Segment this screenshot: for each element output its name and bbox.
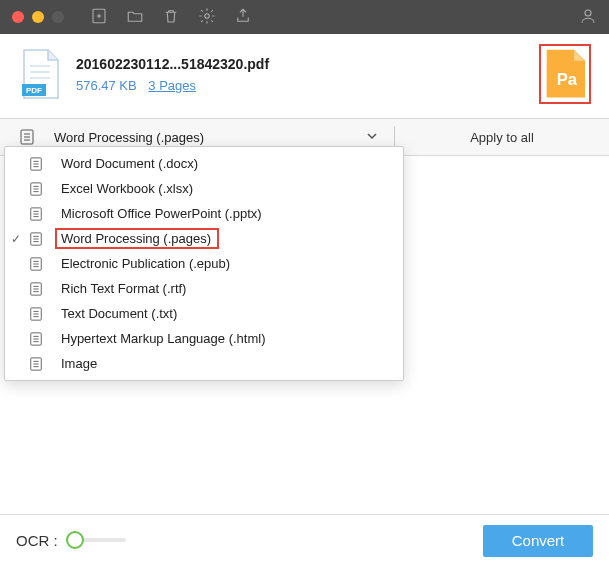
document-icon xyxy=(29,357,61,371)
format-menu: Word Document (.docx)Excel Workbook (.xl… xyxy=(4,146,404,381)
document-icon xyxy=(29,307,61,321)
format-row-icon xyxy=(0,129,54,145)
close-window-button[interactable] xyxy=(12,11,24,23)
file-name: 201602230112...51842320.pdf xyxy=(76,56,539,72)
menu-item-label: Word Processing (.pages) xyxy=(55,228,219,249)
toolbar-icons xyxy=(90,7,252,28)
menu-item-label: Word Document (.docx) xyxy=(61,156,198,171)
menu-item-label: Hypertext Markup Language (.html) xyxy=(61,331,265,346)
pdf-badge: PDF xyxy=(26,86,42,95)
document-icon xyxy=(29,257,61,271)
document-icon xyxy=(29,282,61,296)
menu-item-label: Excel Workbook (.xlsx) xyxy=(61,181,193,196)
window-controls xyxy=(12,11,64,23)
file-pages-link[interactable]: 3 Pages xyxy=(148,78,196,93)
menu-item[interactable]: Word Document (.docx) xyxy=(5,151,403,176)
menu-item[interactable]: Hypertext Markup Language (.html) xyxy=(5,326,403,351)
ocr-label: OCR : xyxy=(16,532,58,549)
svg-point-4 xyxy=(585,10,591,16)
titlebar xyxy=(0,0,609,34)
svg-point-3 xyxy=(205,13,210,18)
format-dropdown-label: Word Processing (.pages) xyxy=(54,130,366,145)
add-file-icon[interactable] xyxy=(90,7,108,28)
footer: OCR : Convert xyxy=(0,514,609,566)
ocr-toggle[interactable] xyxy=(66,531,126,551)
pdf-file-icon: PDF xyxy=(18,48,62,100)
export-icon[interactable] xyxy=(234,7,252,28)
menu-item[interactable]: Text Document (.txt) xyxy=(5,301,403,326)
document-icon xyxy=(29,332,61,346)
menu-item[interactable]: ✓Word Processing (.pages) xyxy=(5,226,403,251)
document-icon xyxy=(29,157,61,171)
trash-icon[interactable] xyxy=(162,7,180,28)
chevron-down-icon xyxy=(366,130,378,145)
format-badge: Pa xyxy=(557,70,578,88)
gear-icon[interactable] xyxy=(198,7,216,28)
menu-item-label: Text Document (.txt) xyxy=(61,306,177,321)
apply-to-all-button[interactable]: Apply to all xyxy=(395,130,609,145)
file-info: 201602230112...51842320.pdf 576.47 KB 3 … xyxy=(76,56,539,93)
menu-item-label: Microsoft Office PowerPoint (.pptx) xyxy=(61,206,262,221)
file-row: PDF 201602230112...51842320.pdf 576.47 K… xyxy=(0,34,609,118)
file-size: 576.47 KB xyxy=(76,78,137,93)
document-icon xyxy=(29,182,61,196)
convert-button[interactable]: Convert xyxy=(483,525,593,557)
menu-item[interactable]: Microsoft Office PowerPoint (.pptx) xyxy=(5,201,403,226)
minimize-window-button[interactable] xyxy=(32,11,44,23)
menu-item[interactable]: Rich Text Format (.rtf) xyxy=(5,276,403,301)
menu-item-label: Image xyxy=(61,356,97,371)
user-icon[interactable] xyxy=(579,7,597,28)
maximize-window-button[interactable] xyxy=(52,11,64,23)
file-meta: 576.47 KB 3 Pages xyxy=(76,78,539,93)
menu-item[interactable]: Image xyxy=(5,351,403,376)
document-icon xyxy=(29,207,61,221)
toggle-knob xyxy=(66,531,84,549)
check-icon: ✓ xyxy=(11,232,21,246)
folder-icon[interactable] xyxy=(126,7,144,28)
output-format-icon: Pa xyxy=(539,44,591,104)
menu-item-label: Electronic Publication (.epub) xyxy=(61,256,230,271)
menu-item[interactable]: Electronic Publication (.epub) xyxy=(5,251,403,276)
menu-item[interactable]: Excel Workbook (.xlsx) xyxy=(5,176,403,201)
menu-item-label: Rich Text Format (.rtf) xyxy=(61,281,186,296)
